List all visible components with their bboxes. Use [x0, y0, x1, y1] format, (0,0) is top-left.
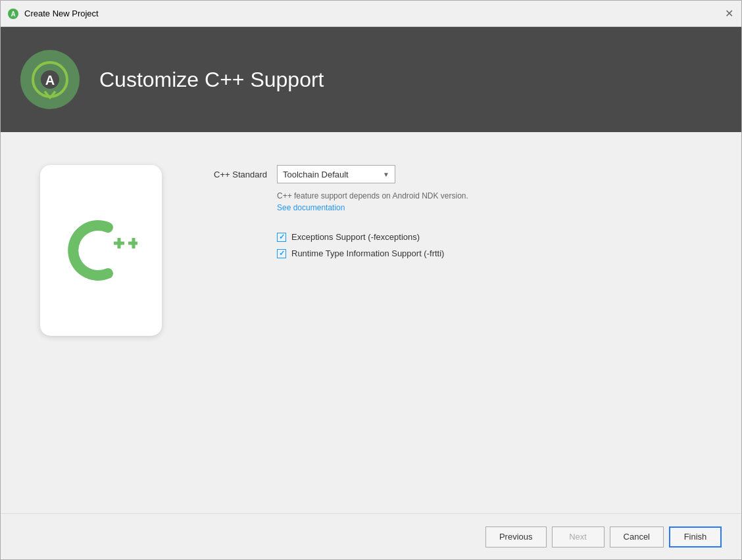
- exceptions-check-icon: ✓: [279, 233, 285, 241]
- dropdown-arrow-icon: ▼: [383, 171, 389, 178]
- cpp-standard-row: C++ Standard Toolchain Default ▼: [201, 165, 702, 183]
- close-icon: ✕: [725, 7, 733, 20]
- app-icon: A: [7, 8, 19, 20]
- documentation-link[interactable]: See documentation: [277, 203, 702, 212]
- android-studio-logo: A: [30, 60, 70, 99]
- finish-button[interactable]: Finish: [669, 526, 722, 548]
- cpp-standard-label: C++ Standard: [201, 170, 267, 179]
- cpp-standard-dropdown[interactable]: Toolchain Default ▼: [277, 165, 395, 183]
- checkboxes-area: ✓ Exceptions Support (-fexceptions) ✓ Ru…: [277, 232, 702, 258]
- exceptions-label: Exceptions Support (-fexceptions): [291, 232, 420, 242]
- title-bar: A Create New Project ✕: [1, 1, 741, 27]
- rtti-checkbox-row: ✓ Runtime Type Information Support (-frt…: [277, 248, 702, 258]
- phone-preview: [40, 165, 162, 336]
- header-banner: A Customize C++ Support: [1, 27, 741, 132]
- exceptions-checkbox[interactable]: ✓: [277, 233, 286, 242]
- title-bar-left: A Create New Project: [7, 8, 99, 20]
- main-window: A Create New Project ✕ A Customize C++ S…: [0, 0, 742, 560]
- hint-text: C++ feature support depends on Android N…: [277, 191, 702, 200]
- rtti-checkbox[interactable]: ✓: [277, 249, 286, 258]
- cpp-icon: [65, 214, 137, 287]
- cpp-standard-value: Toolchain Default: [283, 170, 349, 179]
- cancel-button[interactable]: Cancel: [610, 526, 664, 548]
- page-title: Customize C++ Support: [99, 68, 324, 92]
- exceptions-checkbox-row: ✓ Exceptions Support (-fexceptions): [277, 232, 702, 242]
- form-area: C++ Standard Toolchain Default ▼ C++ fea…: [201, 158, 702, 258]
- content-area: C++ Standard Toolchain Default ▼ C++ fea…: [1, 132, 741, 513]
- previous-button[interactable]: Previous: [485, 526, 547, 548]
- header-logo: A: [20, 50, 80, 109]
- svg-text:A: A: [11, 11, 15, 18]
- close-button[interactable]: ✕: [723, 8, 735, 20]
- svg-text:A: A: [45, 73, 55, 87]
- footer: Previous Next Cancel Finish: [1, 513, 741, 559]
- rtti-check-icon: ✓: [279, 249, 285, 258]
- cpp-logo: [65, 214, 137, 287]
- next-button[interactable]: Next: [552, 526, 605, 548]
- rtti-label: Runtime Type Information Support (-frtti…: [291, 248, 444, 258]
- window-title: Create New Project: [24, 9, 99, 18]
